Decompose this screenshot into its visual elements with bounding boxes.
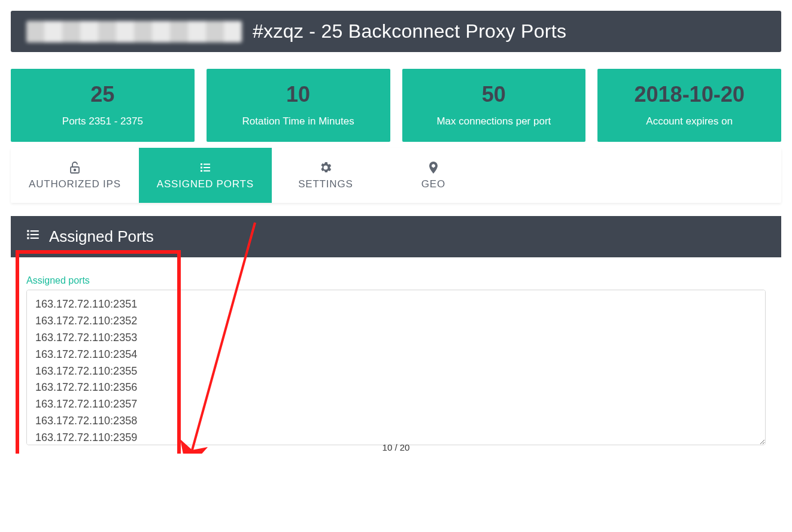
assigned-ports-textarea[interactable] (26, 290, 766, 445)
svg-rect-5 (204, 167, 210, 168)
page-header: #xzqz - 25 Backconnect Proxy Ports (11, 11, 781, 52)
stat-value: 50 (408, 82, 580, 107)
svg-rect-9 (31, 230, 39, 232)
panel-header: Assigned Ports (11, 216, 781, 257)
list-icon (198, 160, 213, 175)
stat-card-ports: 25 Ports 2351 - 2375 (11, 69, 195, 142)
pagination-indicator: 10 / 20 (0, 440, 792, 452)
lock-open-icon (68, 160, 82, 175)
svg-rect-4 (201, 167, 202, 169)
tab-settings[interactable]: SETTINGS (272, 148, 380, 203)
stat-label: Max connections per port (408, 115, 580, 127)
svg-rect-8 (27, 230, 29, 232)
svg-rect-2 (201, 163, 202, 165)
tab-label: SETTINGS (298, 178, 353, 190)
stat-label: Account expires on (603, 115, 775, 127)
list-icon (25, 227, 41, 247)
tabs-bar: AUTHORIZED IPS ASSIGNED PORTS SETTINGS (11, 148, 781, 203)
gear-icon (318, 160, 333, 175)
svg-rect-12 (27, 237, 29, 239)
tab-geo[interactable]: GEO (380, 148, 487, 203)
stat-value: 25 (17, 82, 189, 107)
stat-value: 2018-10-20 (603, 82, 775, 107)
svg-rect-10 (27, 233, 29, 235)
svg-rect-3 (204, 164, 210, 165)
svg-point-1 (74, 169, 76, 171)
svg-rect-11 (31, 234, 39, 235)
svg-rect-7 (204, 171, 210, 172)
header-redacted-area (26, 21, 242, 42)
assigned-ports-label: Assigned ports (26, 275, 766, 286)
stat-label: Rotation Time in Minutes (213, 115, 384, 127)
stat-card-expires: 2018-10-20 Account expires on (597, 69, 781, 142)
page-title: #xzqz - 25 Backconnect Proxy Ports (253, 20, 566, 42)
svg-rect-13 (31, 238, 39, 239)
stat-card-max-conn: 50 Max connections per port (402, 69, 586, 142)
tab-assigned-ports[interactable]: ASSIGNED PORTS (139, 148, 272, 203)
assigned-ports-panel: Assigned Ports Assigned ports (11, 216, 781, 454)
tab-label: AUTHORIZED IPS (29, 178, 121, 190)
stats-row: 25 Ports 2351 - 2375 10 Rotation Time in… (11, 69, 781, 142)
tab-label: ASSIGNED PORTS (157, 178, 254, 190)
map-pin-icon (426, 160, 441, 175)
svg-rect-6 (201, 170, 202, 172)
tab-authorized-ips[interactable]: AUTHORIZED IPS (11, 148, 139, 203)
stat-label: Ports 2351 - 2375 (17, 115, 189, 127)
panel-body: Assigned ports (11, 257, 781, 454)
panel-title: Assigned Ports (49, 227, 154, 246)
stat-value: 10 (213, 82, 384, 107)
tab-label: GEO (421, 178, 445, 190)
stat-card-rotation: 10 Rotation Time in Minutes (207, 69, 390, 142)
